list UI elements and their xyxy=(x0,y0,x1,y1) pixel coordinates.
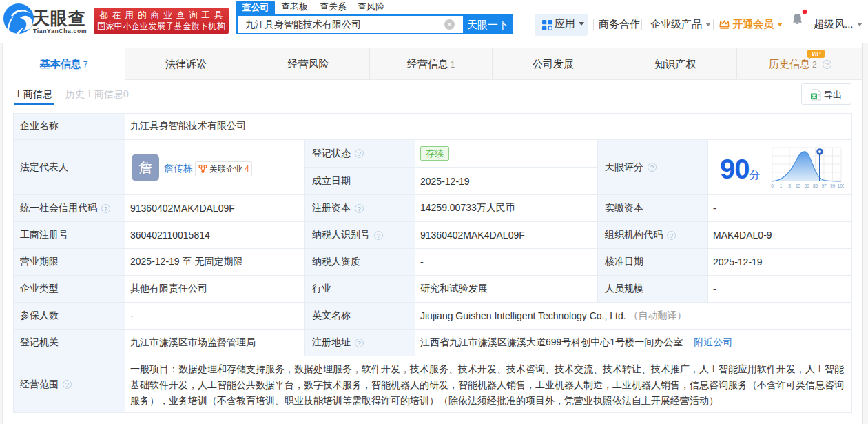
svg-text:100: 100 xyxy=(838,183,844,188)
svg-text:0: 0 xyxy=(771,183,774,188)
svg-text:50: 50 xyxy=(804,183,809,188)
svg-text:97: 97 xyxy=(821,183,827,188)
svg-text:85: 85 xyxy=(813,183,818,188)
svg-text:3: 3 xyxy=(788,183,791,188)
svg-text:15: 15 xyxy=(796,183,801,188)
svg-text:1: 1 xyxy=(780,183,783,188)
svg-text:99: 99 xyxy=(830,183,836,188)
